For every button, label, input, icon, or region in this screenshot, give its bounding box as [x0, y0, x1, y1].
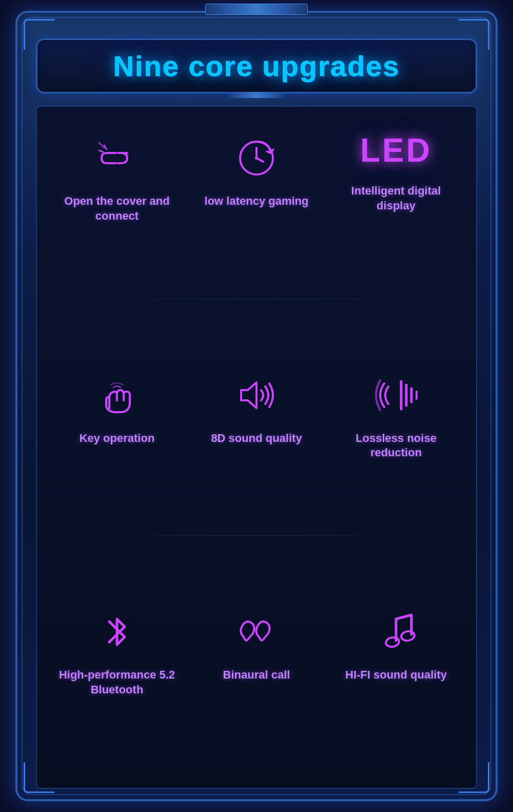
speaker-icon: [231, 370, 282, 421]
feature-hifi: HI-FI sound quality: [326, 596, 466, 698]
title-area: Nine core upgrades: [36, 38, 477, 93]
feature-low-latency-label: low latency gaming: [205, 194, 309, 209]
feature-open-cover-label: Open the cover and connect: [52, 194, 182, 223]
noise-reduction-icon: [370, 370, 422, 421]
feature-bluetooth-label: High-performance 5.2 Bluetooth: [52, 668, 182, 697]
feature-led-display: LED Intelligent digital display: [326, 122, 466, 228]
feature-sound-quality-label: 8D sound quality: [211, 431, 302, 446]
row-divider-1: [47, 299, 466, 299]
bluetooth-icon: [91, 606, 143, 658]
feature-bluetooth: High-performance 5.2 Bluetooth: [47, 596, 187, 712]
corner-br: [459, 762, 489, 793]
fingerprint-icon: [91, 370, 143, 421]
earbuds-icon: [231, 606, 282, 658]
outer-frame: Nine core upgrades: [15, 11, 498, 801]
feature-led-label: Intelligent digital display: [331, 184, 461, 213]
svg-point-8: [255, 157, 258, 160]
feature-key-operation-label: Key operation: [80, 431, 155, 446]
page-title: Nine core upgrades: [48, 49, 465, 83]
clock-fast-icon: [231, 132, 282, 184]
corner-bl: [24, 762, 54, 793]
svg-line-3: [99, 150, 103, 152]
feature-sound-quality: 8D sound quality: [187, 359, 326, 461]
top-connector: [205, 4, 308, 15]
led-label: LED: [360, 134, 432, 167]
feature-hifi-label: HI-FI sound quality: [345, 668, 447, 683]
music-note-icon: [370, 606, 422, 658]
svg-point-14: [401, 630, 416, 642]
row-divider-2: [47, 535, 466, 536]
feature-binaural: Binaural call: [187, 596, 326, 698]
feature-noise-reduction-label: Lossless noise reduction: [331, 431, 461, 460]
svg-point-13: [385, 636, 400, 648]
led-text-icon: LED: [365, 132, 427, 173]
feature-open-cover: Open the cover and connect: [47, 122, 187, 239]
feature-noise-reduction: Lossless noise reduction: [326, 359, 466, 476]
feature-binaural-label: Binaural call: [223, 668, 290, 683]
features-grid: Open the cover and connect low latency g…: [36, 106, 477, 789]
link-break-icon: [91, 132, 143, 184]
svg-line-4: [99, 143, 104, 148]
feature-low-latency: low latency gaming: [187, 122, 326, 224]
feature-key-operation: Key operation: [47, 359, 187, 461]
